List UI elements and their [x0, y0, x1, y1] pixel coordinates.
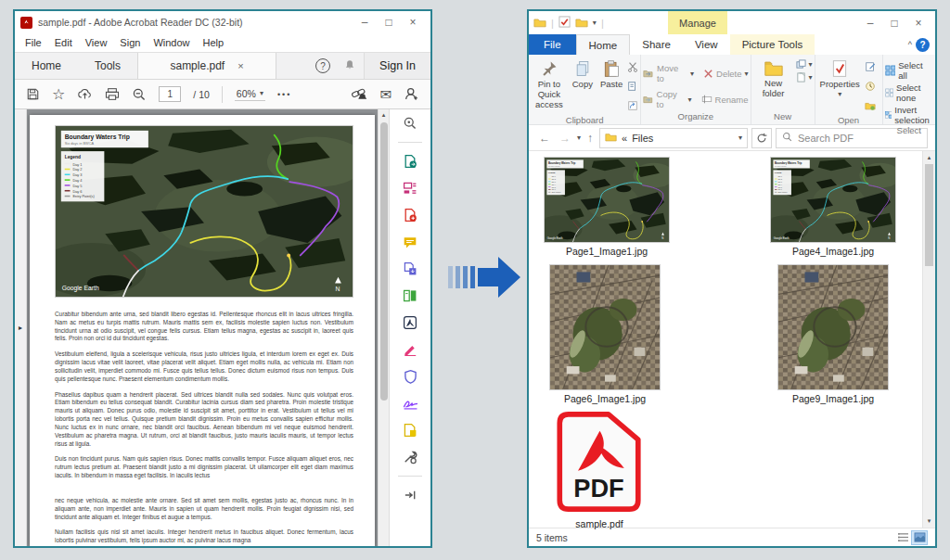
explorer-help-icon[interactable]: ?	[916, 38, 930, 52]
comment-icon[interactable]	[402, 234, 418, 250]
tab-file[interactable]: File	[529, 34, 576, 55]
certificate-sign-icon[interactable]	[402, 395, 418, 412]
file-tile[interactable]: Page6_Image1.jpg	[549, 264, 661, 404]
scroll-up-icon[interactable]: ▴	[382, 109, 386, 121]
breadcrumb-chevron-icon[interactable]: «	[622, 133, 627, 144]
address-dropdown-chevron-icon[interactable]: ▾	[738, 134, 742, 142]
protect-shield-icon[interactable]	[402, 368, 418, 385]
more-tools-ellipsis[interactable]: •••	[277, 90, 291, 99]
history-icon[interactable]	[865, 79, 876, 95]
explorer-scrollbar[interactable]: ▴ ▾	[922, 151, 935, 528]
print-icon[interactable]	[105, 87, 120, 101]
tab-home[interactable]: Home	[576, 34, 631, 55]
acrobat-swirl-icon[interactable]	[402, 314, 418, 331]
share-link-icon[interactable]	[351, 87, 367, 101]
breadcrumb-path[interactable]: Files	[632, 133, 653, 144]
favorites-star-icon[interactable]: ☆	[52, 85, 65, 103]
select-none-button[interactable]: Select none	[885, 83, 934, 103]
manage-contextual-tab[interactable]: Manage	[668, 11, 727, 34]
select-all-button[interactable]: Select all	[885, 60, 934, 81]
paste-shortcut-icon[interactable]	[627, 98, 638, 115]
collapse-ribbon-icon[interactable]: ^	[908, 40, 912, 49]
email-envelope-icon[interactable]: ✉	[379, 86, 392, 103]
tab-home[interactable]: Home	[15, 53, 78, 79]
zoom-out-icon[interactable]	[132, 87, 147, 102]
edit-pdf-icon[interactable]	[402, 180, 418, 197]
easy-access-icon[interactable]: ▾	[796, 59, 813, 70]
details-view-icon[interactable]	[894, 530, 911, 545]
tab-view[interactable]: View	[683, 34, 730, 55]
notifications-bell-icon[interactable]	[343, 58, 356, 74]
open-with-icon[interactable]	[865, 98, 876, 115]
pdf-document-area[interactable]: Curabitur bibendum ante urna, sed blandi…	[27, 109, 378, 546]
folder-toolbar-icon[interactable]	[575, 17, 588, 30]
copy-path-icon[interactable]	[627, 79, 638, 95]
save-icon[interactable]	[26, 87, 40, 101]
cloud-upload-icon[interactable]	[77, 87, 93, 101]
reader-maximize-button[interactable]: □	[377, 16, 401, 29]
edit-icon[interactable]	[865, 59, 876, 76]
search-tools-icon[interactable]	[402, 115, 418, 132]
reader-scrollbar-thumb[interactable]	[380, 122, 388, 401]
copy-button[interactable]: Copy	[570, 57, 596, 92]
sign-in-button[interactable]: Sign In	[364, 53, 430, 79]
invert-selection-button[interactable]: Invert selection	[885, 105, 934, 125]
stamp-doc-icon[interactable]	[402, 422, 418, 439]
file-tile[interactable]: Page9_Image1.jpg	[777, 264, 889, 404]
organize-pages-icon[interactable]	[402, 287, 418, 304]
tab-close-icon[interactable]: ×	[238, 60, 243, 71]
menu-sign[interactable]: Sign	[113, 37, 147, 48]
menu-edit[interactable]: Edit	[48, 37, 79, 48]
explorer-scrollbar-thumb[interactable]	[925, 164, 933, 266]
move-to-button[interactable]: Move to ▾	[643, 63, 694, 83]
address-input[interactable]: « Files ▾	[599, 128, 748, 148]
explorer-close-button[interactable]: ×	[906, 17, 931, 30]
paste-button[interactable]: Paste	[597, 57, 625, 92]
page-number-input[interactable]: 1	[159, 86, 181, 102]
up-icon[interactable]: ↑	[584, 132, 596, 145]
menu-help[interactable]: Help	[197, 37, 231, 48]
explorer-minimize-button[interactable]: –	[858, 17, 882, 30]
scroll-up-icon[interactable]: ▴	[928, 151, 931, 164]
forward-icon[interactable]: →	[557, 132, 573, 145]
explorer-maximize-button[interactable]: □	[882, 17, 906, 30]
tab-tools[interactable]: Tools	[78, 53, 137, 79]
left-panel-toggle[interactable]: ▸	[15, 109, 27, 546]
reader-minimize-button[interactable]: –	[353, 16, 377, 29]
menu-view[interactable]: View	[79, 37, 114, 48]
collapse-panel-arrow-icon[interactable]	[402, 487, 418, 503]
cut-icon[interactable]	[627, 59, 638, 76]
menu-file[interactable]: File	[19, 37, 48, 48]
qat-customize-chevron-icon[interactable]: ▾	[593, 19, 597, 27]
rename-button[interactable]: Rename	[701, 89, 749, 109]
help-icon[interactable]: ?	[315, 58, 330, 73]
export-pdf-icon[interactable]	[402, 153, 418, 170]
more-tools-wrench-icon[interactable]	[402, 449, 418, 465]
tab-document[interactable]: sample.pdf ×	[137, 53, 276, 79]
account-person-icon[interactable]	[404, 86, 419, 102]
new-folder-button[interactable]: New folder	[753, 57, 794, 101]
recent-locations-chevron-icon[interactable]: ▾	[577, 134, 581, 142]
delete-button[interactable]: Delete ▾	[703, 63, 748, 83]
reader-close-button[interactable]: ×	[401, 16, 425, 29]
file-tile[interactable]: Page4_Image1.jpg	[770, 157, 896, 257]
back-icon[interactable]: ←	[536, 132, 553, 145]
tab-picture-tools[interactable]: Picture Tools	[730, 34, 815, 55]
checkmark-toolbar-icon[interactable]	[558, 16, 571, 30]
new-item-icon[interactable]: ▾	[796, 72, 813, 83]
explorer-titlebar[interactable]: | ▾ | Manage – □ ×	[529, 11, 935, 34]
large-icons-view-icon[interactable]	[911, 530, 928, 545]
zoom-level-select[interactable]: 60% ▾	[235, 88, 265, 101]
file-list-area[interactable]: Page1_Image1.jpg Page4_Image1.jpg Page6_…	[529, 151, 922, 528]
fill-sign-icon[interactable]	[402, 341, 418, 358]
menu-window[interactable]: Window	[147, 37, 196, 48]
scroll-down-icon[interactable]: ▾	[928, 515, 931, 528]
file-tile[interactable]: Page1_Image1.jpg	[544, 157, 670, 257]
properties-button[interactable]: Properties ▾	[817, 57, 863, 100]
pin-to-quick-access-button[interactable]: Pin to Quick access	[531, 57, 568, 112]
combine-files-icon[interactable]	[402, 261, 418, 277]
reader-scrollbar[interactable]: ▴	[378, 109, 389, 546]
copy-to-button[interactable]: Copy to ▾	[643, 89, 691, 109]
create-pdf-icon[interactable]	[402, 207, 418, 223]
refresh-icon[interactable]	[751, 128, 772, 148]
